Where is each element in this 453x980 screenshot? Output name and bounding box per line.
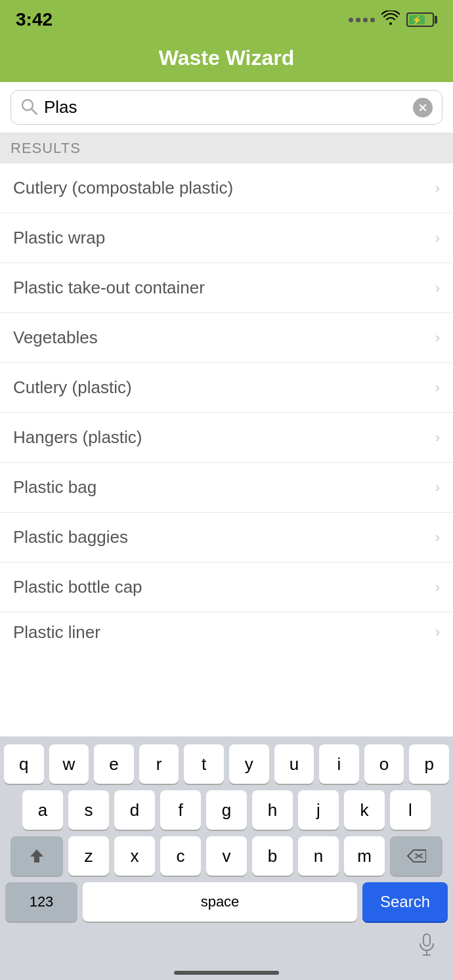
key-v[interactable]: v xyxy=(206,836,247,876)
numbers-key[interactable]: 123 xyxy=(5,882,77,922)
list-item[interactable]: Hangers (plastic) › xyxy=(0,413,453,463)
key-c[interactable]: c xyxy=(160,836,201,876)
list-item[interactable]: Vegetables › xyxy=(0,313,453,363)
backspace-key[interactable] xyxy=(390,836,442,876)
chevron-right-icon: › xyxy=(435,280,440,297)
key-z[interactable]: z xyxy=(68,836,109,876)
battery-icon: ⚡ xyxy=(406,12,437,27)
key-a[interactable]: a xyxy=(22,790,63,830)
wifi-icon xyxy=(381,11,400,29)
key-f[interactable]: f xyxy=(160,790,201,830)
key-u[interactable]: u xyxy=(274,744,314,784)
result-text: Cutlery (plastic) xyxy=(13,377,132,398)
space-key[interactable]: space xyxy=(83,882,357,922)
chevron-right-icon: › xyxy=(435,330,440,347)
list-item[interactable]: Plastic wrap › xyxy=(0,213,453,263)
list-item[interactable]: Plastic baggies › xyxy=(0,513,453,563)
result-text: Plastic bag xyxy=(13,477,97,498)
list-item[interactable]: Cutlery (plastic) › xyxy=(0,363,453,413)
home-indicator xyxy=(4,971,449,980)
key-p[interactable]: p xyxy=(409,744,449,784)
key-t[interactable]: t xyxy=(184,744,224,784)
svg-rect-4 xyxy=(423,934,430,946)
list-item[interactable]: Plastic take-out container › xyxy=(0,263,453,313)
microphone-icon[interactable] xyxy=(418,933,436,960)
result-text: Plastic bottle cap xyxy=(13,577,142,597)
svg-line-1 xyxy=(32,109,37,114)
chevron-right-icon: › xyxy=(435,379,440,396)
key-d[interactable]: d xyxy=(114,790,155,830)
key-o[interactable]: o xyxy=(364,744,404,784)
key-h[interactable]: h xyxy=(252,790,293,830)
home-bar xyxy=(174,971,279,975)
key-j[interactable]: j xyxy=(298,790,339,830)
status-bar: 3:42 ⚡ xyxy=(0,0,453,39)
result-text: Plastic baggies xyxy=(13,527,128,547)
keyboard-row-1: q w e r t y u i o p xyxy=(4,744,449,784)
app-title: Waste Wizard xyxy=(159,46,295,70)
result-text: Plastic take-out container xyxy=(13,278,205,298)
key-q[interactable]: q xyxy=(4,744,44,784)
keyboard-row-3: z x c v b n m xyxy=(4,836,449,876)
results-section-header: RESULTS xyxy=(0,133,453,163)
results-label: RESULTS xyxy=(11,140,81,156)
key-w[interactable]: w xyxy=(49,744,89,784)
key-n[interactable]: n xyxy=(298,836,339,876)
result-text: Plastic wrap xyxy=(13,228,105,248)
search-wrapper xyxy=(11,90,442,125)
result-text: Vegetables xyxy=(13,328,98,348)
chevron-right-icon: › xyxy=(435,624,440,641)
result-text: Hangers (plastic) xyxy=(13,427,142,448)
key-k[interactable]: k xyxy=(344,790,385,830)
search-icon xyxy=(20,98,37,117)
key-r[interactable]: r xyxy=(139,744,179,784)
list-item[interactable]: Cutlery (compostable plastic) › xyxy=(0,163,453,213)
search-key[interactable]: Search xyxy=(362,882,448,922)
list-item[interactable]: Plastic liner › xyxy=(0,612,453,644)
key-l[interactable]: l xyxy=(390,790,431,830)
key-b[interactable]: b xyxy=(252,836,293,876)
key-y[interactable]: y xyxy=(229,744,269,784)
status-icons: ⚡ xyxy=(349,11,437,29)
keyboard-row-2: a s d f g h j k l xyxy=(4,790,449,830)
keyboard-footer xyxy=(4,928,449,971)
list-item[interactable]: Plastic bottle cap › xyxy=(0,563,453,612)
status-time: 3:42 xyxy=(16,9,53,30)
key-i[interactable]: i xyxy=(319,744,359,784)
list-item[interactable]: Plastic bag › xyxy=(0,463,453,513)
result-text: Cutlery (compostable plastic) xyxy=(13,178,233,198)
key-x[interactable]: x xyxy=(114,836,155,876)
keyboard: q w e r t y u i o p a s d f g h j k l z … xyxy=(0,736,453,980)
key-e[interactable]: e xyxy=(94,744,134,784)
app-header: Waste Wizard xyxy=(0,39,453,82)
key-s[interactable]: s xyxy=(68,790,109,830)
search-bar-container xyxy=(0,82,453,133)
clear-button[interactable] xyxy=(413,98,433,117)
result-text: Plastic liner xyxy=(13,622,100,643)
keyboard-bottom-row: 123 space Search xyxy=(4,882,449,922)
results-list: Cutlery (compostable plastic) › Plastic … xyxy=(0,163,453,644)
shift-key[interactable] xyxy=(11,836,63,876)
search-input[interactable] xyxy=(44,97,406,117)
chevron-right-icon: › xyxy=(435,479,440,496)
chevron-right-icon: › xyxy=(435,579,440,596)
chevron-right-icon: › xyxy=(435,230,440,247)
chevron-right-icon: › xyxy=(435,180,440,197)
key-m[interactable]: m xyxy=(344,836,385,876)
chevron-right-icon: › xyxy=(435,529,440,546)
chevron-right-icon: › xyxy=(435,429,440,446)
key-g[interactable]: g xyxy=(206,790,247,830)
signal-icon xyxy=(349,18,375,22)
